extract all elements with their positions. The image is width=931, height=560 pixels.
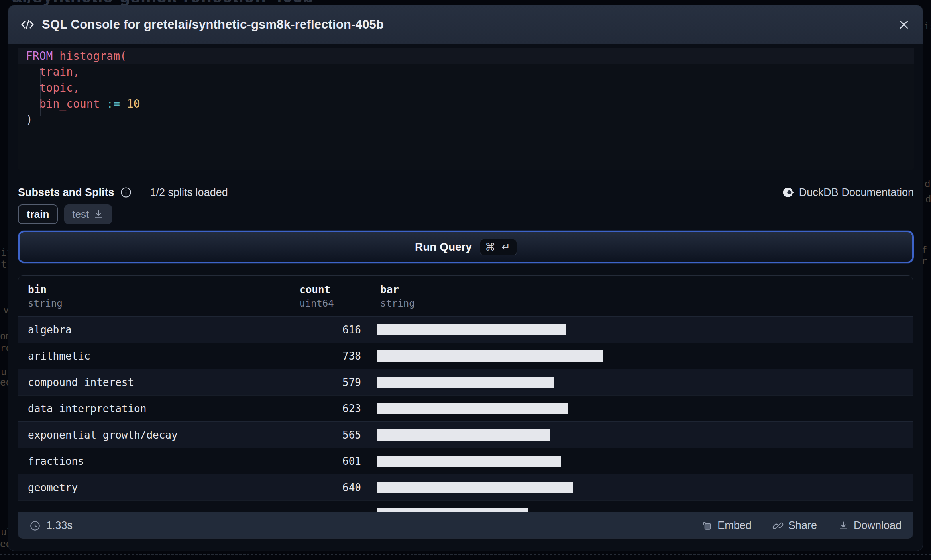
- download-icon: [93, 209, 104, 220]
- query-duration: 1.33s: [29, 519, 73, 532]
- code-line: train,: [18, 64, 914, 80]
- screen: ai/synthetic-gsm8k-reflection-405b iftrv…: [0, 0, 931, 560]
- run-query-label: Run Query: [415, 241, 472, 253]
- background-divider: [0, 554, 931, 555]
- info-icon[interactable]: [120, 186, 132, 198]
- column-name: bar: [380, 284, 913, 296]
- table-row: algebra616: [18, 316, 913, 343]
- background-fragment: d: [925, 178, 930, 190]
- cell-count: 565: [290, 422, 371, 448]
- cell-bar: [371, 343, 913, 369]
- cell-bin: data interpretation: [18, 396, 290, 421]
- query-duration-value: 1.33s: [46, 519, 73, 532]
- code-line: ): [18, 112, 914, 128]
- code-token: [26, 81, 39, 94]
- download-button[interactable]: Download: [838, 519, 902, 532]
- table-row: [18, 500, 913, 512]
- sql-editor[interactable]: FROM histogram( train, topic, bin_count …: [18, 48, 914, 170]
- code-token: bin_count: [39, 97, 100, 110]
- split-chip-test[interactable]: test: [64, 204, 112, 224]
- close-icon[interactable]: [894, 15, 914, 35]
- column-type: string: [28, 298, 290, 309]
- cell-bar: [371, 369, 913, 395]
- code-token: :=: [106, 97, 120, 110]
- split-chip-label: test: [72, 208, 89, 221]
- table-row: compound interest579: [18, 369, 913, 395]
- histogram-bar: [377, 482, 573, 493]
- code-token: FROM: [26, 49, 53, 63]
- cell-count: 640: [290, 474, 371, 500]
- cell-count: 623: [290, 396, 371, 421]
- table-row: data interpretation623: [18, 395, 913, 421]
- cell-bar: [371, 422, 913, 448]
- cell-bar: [371, 448, 913, 474]
- embed-button[interactable]: Embed: [701, 519, 752, 532]
- code-token: [53, 49, 59, 63]
- split-chip-label: train: [27, 208, 49, 221]
- table-row: exponential growth/decay565: [18, 421, 913, 448]
- duckdb-documentation-link[interactable]: DuckDB Documentation: [782, 186, 914, 199]
- table-row: arithmetic738: [18, 343, 913, 369]
- cell-bin: fractions: [18, 448, 290, 474]
- results-table[interactable]: binstringcountuint64barstringalgebra616a…: [18, 276, 913, 512]
- code-line: FROM histogram(: [18, 48, 914, 64]
- splits-row: Subsets and Splits 1/2 splits loaded Duc…: [18, 184, 914, 201]
- code-token: [26, 65, 39, 78]
- histogram-bar: [377, 377, 554, 388]
- cell-bar: [371, 501, 913, 512]
- table-row: fractions601: [18, 448, 913, 474]
- cell-count: 616: [290, 317, 371, 343]
- duckdb-documentation-label: DuckDB Documentation: [799, 186, 914, 199]
- vertical-separator: [141, 186, 141, 199]
- code-token: ): [26, 113, 33, 126]
- share-button[interactable]: Share: [772, 519, 817, 532]
- run-query-shortcut: ⌘ ↵: [480, 239, 517, 255]
- cell-bin: geometry: [18, 474, 290, 500]
- duckdb-logo-icon: [782, 186, 794, 198]
- modal-title: SQL Console for gretelai/synthetic-gsm8k…: [42, 18, 384, 32]
- column-type: string: [380, 298, 913, 309]
- column-divider: [371, 276, 371, 512]
- query-results-panel: binstringcountuint64barstringalgebra616a…: [18, 275, 913, 539]
- splits-heading: Subsets and Splits: [18, 186, 114, 199]
- code-token: 10: [127, 97, 140, 110]
- column-type: uint64: [299, 298, 371, 309]
- splits-status: 1/2 splits loaded: [150, 186, 228, 199]
- code-line: topic,: [18, 80, 914, 96]
- cell-bar: [371, 474, 913, 500]
- clock-icon: [29, 520, 41, 531]
- histogram-bar: [377, 403, 568, 414]
- results-footer: 1.33s EmbedShareDownload: [18, 512, 913, 539]
- histogram-bar: [377, 508, 528, 512]
- cell-count: 738: [290, 343, 371, 369]
- cell-count: 601: [290, 448, 371, 474]
- cell-bin: exponential growth/decay: [18, 422, 290, 448]
- footer-actions: EmbedShareDownload: [701, 519, 902, 532]
- cell-bin: compound interest: [18, 369, 290, 395]
- cell-bar: [371, 396, 913, 421]
- cell-count: 579: [290, 369, 371, 395]
- run-query-button[interactable]: Run Query ⌘ ↵: [18, 231, 914, 263]
- column-name: count: [299, 284, 371, 296]
- embed-icon: [701, 520, 713, 531]
- code-token: [120, 97, 127, 110]
- cell-bar: [371, 317, 913, 343]
- download-icon: [838, 520, 849, 531]
- column-divider: [290, 276, 290, 512]
- split-chip-train[interactable]: train: [18, 204, 58, 224]
- code-token: topic,: [39, 81, 80, 94]
- share-icon: [772, 520, 784, 531]
- share-label: Share: [788, 519, 817, 532]
- background-fragment: d: [925, 194, 931, 205]
- code-icon: [20, 18, 35, 32]
- embed-label: Embed: [717, 519, 752, 532]
- histogram-bar: [377, 350, 603, 362]
- code-line: bin_count := 10: [18, 96, 914, 112]
- cell-bin: algebra: [18, 317, 290, 343]
- split-chips: traintest: [18, 204, 112, 224]
- cell-bin: [18, 501, 290, 512]
- histogram-bar: [377, 456, 561, 467]
- column-header-count: countuint64: [290, 276, 371, 316]
- column-header-bin: binstring: [18, 276, 290, 316]
- code-token: [100, 97, 106, 110]
